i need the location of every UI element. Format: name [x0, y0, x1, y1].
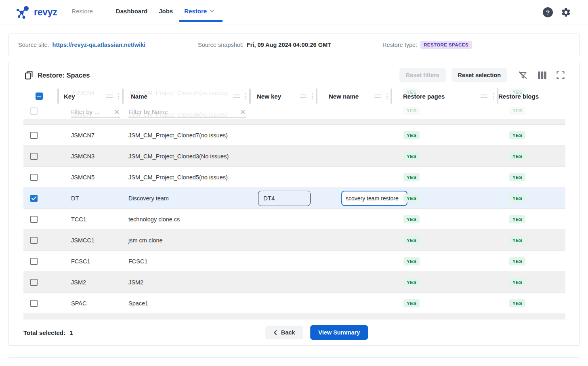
- row-checkbox[interactable]: [30, 300, 38, 307]
- new-key-input[interactable]: [258, 191, 311, 206]
- restore-pages-cell: YES: [392, 272, 498, 292]
- name-filter-input[interactable]: [128, 108, 239, 115]
- page-title: Restore: Spaces: [38, 72, 90, 79]
- restore-blogs-cell: YES: [498, 251, 565, 271]
- key-cell: JSMCC1: [59, 230, 124, 250]
- new-key-cell: [251, 188, 317, 208]
- row-checkbox[interactable]: [30, 237, 38, 244]
- restore-type-badge: RESTORE SPACES: [420, 41, 472, 49]
- restore-blogs-cell: YES: [498, 125, 565, 145]
- checkbox-cell: [23, 188, 59, 208]
- source-snapshot-label: Source snapshot:: [198, 42, 244, 48]
- settings-gear-icon[interactable]: [561, 7, 571, 17]
- checkbox-cell: [23, 251, 59, 271]
- name-cell: Space1: [124, 293, 251, 313]
- name-cell: jsm cm clone: [124, 230, 251, 250]
- row-checkbox[interactable]: [30, 195, 38, 202]
- resize-handle-icon[interactable]: [300, 95, 307, 98]
- total-selected-value: 1: [69, 329, 73, 336]
- nav-item-jobs[interactable]: Jobs: [153, 0, 178, 22]
- restore-pages-badge: YES: [403, 173, 420, 181]
- row-name: jsm cm clone: [128, 237, 163, 244]
- reset-filters-button[interactable]: Reset filters: [399, 68, 446, 82]
- restore-blogs-badge: YES: [509, 152, 525, 160]
- restore-pages-cell: YES: [392, 146, 498, 166]
- new-name-cell: [317, 125, 392, 145]
- filter-off-icon[interactable]: [518, 71, 528, 80]
- restore-blogs-cell: YES: [498, 293, 565, 313]
- restore-blogs-badge: YES: [509, 236, 525, 244]
- row-checkbox[interactable]: [30, 258, 38, 265]
- restore-pages-cell: YES: [392, 251, 498, 271]
- row-key: JSMCN3: [71, 153, 94, 160]
- checkbox-cell: [23, 167, 59, 187]
- row-key: JSMCN7: [71, 132, 94, 139]
- column-menu-icon[interactable]: [312, 96, 313, 97]
- restore-blogs-badge: YES: [509, 131, 525, 139]
- nav-item-dashboard[interactable]: Dashboard: [110, 0, 153, 22]
- key-cell: FCSC1: [59, 251, 124, 271]
- restore-pages-cell: YES: [392, 230, 498, 250]
- key-cell: JSM2: [59, 272, 124, 292]
- table-row: FCSC1FCSC1YESYES: [23, 251, 565, 272]
- restore-blogs-badge: YES: [509, 299, 525, 307]
- brand-logo[interactable]: revyz: [16, 5, 57, 20]
- row-key: TCC1: [71, 216, 86, 223]
- restore-pages-cell: YES: [392, 188, 498, 208]
- back-button[interactable]: Back: [266, 326, 303, 339]
- help-icon[interactable]: ?: [543, 7, 553, 17]
- clear-name-filter-icon[interactable]: [239, 108, 246, 116]
- source-site-label: Source site:: [18, 42, 49, 48]
- new-key-cell: [251, 125, 317, 145]
- name-cell: technology clone cs: [124, 209, 251, 229]
- view-summary-button[interactable]: View Summary: [310, 325, 368, 340]
- fullscreen-icon[interactable]: [556, 71, 565, 79]
- source-site-link[interactable]: https://revyz-qa.atlassian.net/wiki: [52, 42, 145, 48]
- table-row: JSM2JSM2YESYES: [23, 272, 565, 293]
- clear-key-filter-icon[interactable]: [113, 108, 120, 116]
- row-checkbox[interactable]: [30, 216, 38, 223]
- resize-handle-icon[interactable]: [233, 95, 240, 98]
- row-name: JSM_CM_Project_Cloned5(no issues): [128, 174, 228, 181]
- copy-pages-icon: [25, 71, 33, 80]
- new-key-cell: [251, 230, 317, 250]
- row-key: SPAC: [71, 300, 86, 307]
- name-cell: JSM_CM_Project_Cloned3(No issues): [124, 146, 251, 166]
- table-row: JSMCN7JSM_CM_Project_Cloned7(no issues)Y…: [23, 125, 565, 146]
- nav-item-restore-active[interactable]: Restore: [178, 0, 220, 22]
- new-name-cell: [317, 230, 392, 250]
- row-checkbox[interactable]: [30, 153, 38, 160]
- row-key: DT: [71, 195, 79, 202]
- table-row: JSMCC1jsm cm cloneYESYES: [23, 230, 565, 251]
- page-bottom-divider: [8, 358, 580, 358]
- restore-pages-badge: YES: [403, 194, 420, 202]
- restore-pages-badge: YES: [403, 299, 420, 307]
- logo-molecule-icon: [16, 5, 31, 20]
- new-key-cell: [251, 167, 317, 187]
- row-checkbox[interactable]: [30, 174, 38, 181]
- select-all-checkbox[interactable]: [36, 93, 43, 100]
- checkbox-cell: [23, 125, 59, 145]
- column-menu-icon[interactable]: [386, 96, 388, 97]
- column-header-key: Key: [64, 93, 75, 100]
- column-menu-icon[interactable]: [118, 96, 119, 97]
- key-filter-input[interactable]: [71, 108, 113, 115]
- resize-handle-icon[interactable]: [374, 95, 381, 98]
- new-name-cell: [317, 272, 392, 292]
- row-key: JSM2: [71, 279, 86, 286]
- column-menu-icon[interactable]: [493, 96, 494, 97]
- new-name-cell: [317, 188, 392, 208]
- restore-pages-badge: YES: [403, 236, 420, 244]
- row-checkbox[interactable]: [30, 132, 38, 139]
- columns-icon[interactable]: [538, 71, 547, 80]
- column-menu-icon[interactable]: [245, 96, 246, 97]
- resize-handle-icon[interactable]: [481, 95, 487, 98]
- resize-handle-icon[interactable]: [106, 95, 113, 98]
- new-name-cell: [317, 146, 392, 166]
- key-cell: JSMCN3: [59, 146, 124, 166]
- reset-selection-button[interactable]: Reset selection: [452, 68, 507, 82]
- key-cell: SPAC: [59, 293, 124, 313]
- row-name: technology clone cs: [128, 216, 180, 223]
- row-name: JSM_CM_Project_Cloned3(No issues): [128, 153, 229, 160]
- row-checkbox[interactable]: [30, 279, 38, 286]
